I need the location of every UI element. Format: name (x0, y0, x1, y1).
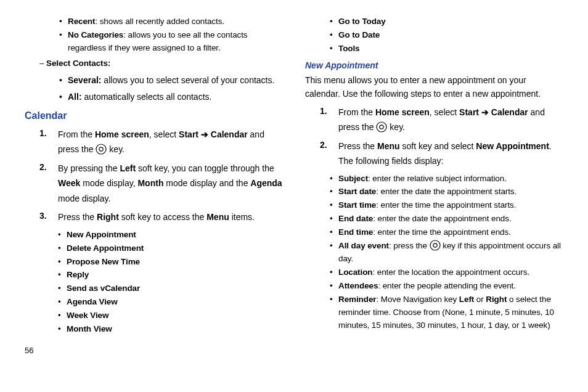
list-item: •Reminder: Move Navigation key Left or R… (330, 293, 563, 332)
list-item: •Start date: enter the date the appointm… (330, 186, 563, 198)
svg-point-4 (430, 240, 440, 250)
center-key-icon (376, 121, 387, 133)
center-key-icon (430, 240, 441, 251)
section-heading-calendar: Calendar (25, 108, 283, 123)
step-item: 2. By pressing the Left soft key, you ca… (39, 161, 283, 206)
step-item: 1. From the Home screen, select Start ➔ … (320, 105, 563, 135)
list-item: •Go to Today (330, 15, 563, 28)
intro-text: This menu allows you to enter a new appo… (305, 73, 563, 101)
list-item: •Send as vCalendar (58, 282, 283, 295)
svg-point-2 (377, 122, 386, 132)
step-number: 1. (39, 127, 58, 157)
list-item: • Recent: shows all recently added conta… (25, 15, 283, 28)
step-number: 3. (39, 210, 58, 225)
list-item: •Subject: enter the relative subject inf… (330, 173, 563, 186)
page-columns: • Recent: shows all recently added conta… (25, 15, 563, 357)
list-item: • Several: allows you to select several … (25, 74, 283, 87)
list-item: •Go to Date (330, 29, 563, 42)
list-item: • All: automatically selects all contact… (25, 91, 283, 104)
list-item: •Agenda View (58, 296, 283, 309)
term: Several: (68, 75, 101, 85)
step-item: 1. From the Home screen, select Start ➔ … (39, 127, 283, 157)
term: All: (68, 92, 82, 102)
desc: : shows all recently added contacts. (95, 17, 224, 26)
center-key-icon (96, 144, 107, 155)
svg-point-1 (99, 147, 103, 151)
select-contacts-heading: – Select Contacts: (25, 57, 283, 70)
list-item: •Week View (58, 309, 283, 322)
step-number: 1. (320, 105, 338, 135)
step-number: 2. (320, 139, 338, 169)
svg-point-3 (380, 125, 383, 129)
list-item: •New Appointment (58, 229, 283, 242)
heading-text: Select Contacts: (46, 59, 110, 68)
desc: allows you to select several of your con… (101, 75, 274, 85)
left-column: • Recent: shows all recently added conta… (25, 15, 283, 357)
term: Recent (68, 17, 95, 26)
page-number: 56 (25, 345, 283, 357)
list-item: •End date: enter the date the appointmen… (330, 213, 563, 226)
subsection-heading-new-appointment: New Appointment (305, 59, 563, 72)
list-item: •All day event: press the key if this ap… (330, 240, 563, 266)
list-item: •Tools (330, 43, 563, 55)
list-item: •Propose New Time (58, 256, 283, 269)
list-item: •Location: enter the location the appoin… (330, 266, 563, 279)
list-item: •Month View (58, 323, 283, 336)
list-item: •Reply (58, 269, 283, 282)
svg-point-0 (96, 144, 106, 154)
list-item: •Attendees: enter the people attending t… (330, 280, 563, 293)
term: No Categories (68, 30, 123, 39)
right-column: •Go to Today •Go to Date •Tools New Appo… (305, 15, 563, 357)
step-item: 2. Press the Menu soft key and select Ne… (320, 139, 563, 169)
svg-point-5 (433, 243, 436, 247)
list-item: •End time: enter the time the appointmen… (330, 226, 563, 239)
desc: automatically selects all contacts. (82, 92, 212, 102)
step-number: 2. (39, 161, 58, 206)
list-item: •Delete Appointment (58, 242, 283, 255)
list-item: • No Categories: allows you to see all t… (25, 29, 283, 55)
list-item: •Start time: enter the time the appointm… (330, 199, 563, 212)
step-item: 3. Press the Right soft key to access th… (39, 210, 283, 225)
